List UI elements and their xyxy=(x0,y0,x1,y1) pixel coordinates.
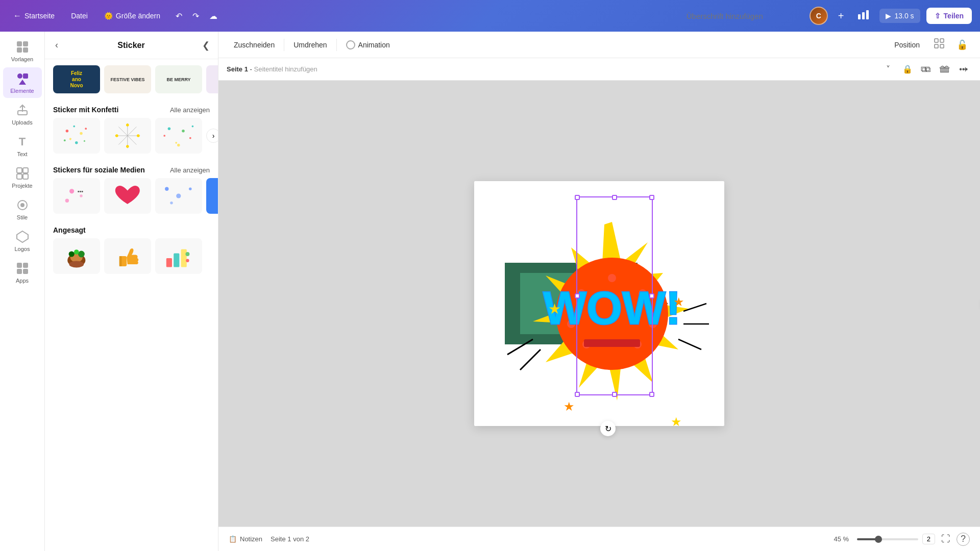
svg-point-58 xyxy=(74,249,79,255)
svg-marker-17 xyxy=(17,231,28,242)
svg-point-41 xyxy=(182,130,185,133)
notes-icon: 📋 xyxy=(229,535,237,543)
canvas-rotate-handle[interactable]: ↻ xyxy=(600,421,616,436)
svg-point-57 xyxy=(78,251,85,258)
file-button[interactable]: Datei xyxy=(66,9,93,23)
sidebar-item-elemente[interactable]: Elemente xyxy=(3,67,42,98)
sidebar-item-text[interactable]: T Text xyxy=(3,131,42,161)
help-button[interactable]: ? xyxy=(957,533,970,546)
social-sticker-3[interactable] xyxy=(155,178,202,214)
zoom-slider[interactable] xyxy=(857,538,918,540)
fullscreen-button[interactable]: ⛶ xyxy=(939,532,952,546)
object-copy-btn[interactable]: ⧉ xyxy=(917,63,930,76)
svg-point-35 xyxy=(126,145,129,148)
svg-rect-4 xyxy=(23,41,28,46)
object-delete-btn[interactable]: 🗑 xyxy=(935,63,951,76)
topbar-left: ← Startseite Datei 🌞 Größe ändern ↶ ↷ ☁ xyxy=(8,8,640,24)
angesagt-section: Angesagt xyxy=(45,220,218,280)
save-cloud-button[interactable]: ☁ xyxy=(205,8,222,24)
svg-point-27 xyxy=(75,141,78,144)
stile-label: Stile xyxy=(17,214,28,220)
add-collaborator-button[interactable]: + xyxy=(834,7,848,25)
konfetti-next-button[interactable]: › xyxy=(206,129,218,143)
sidebar-item-apps[interactable]: Apps xyxy=(3,257,42,288)
svg-rect-13 xyxy=(17,174,22,179)
konfetti-sticker-1[interactable] xyxy=(53,118,100,154)
canvas-page[interactable]: WOW! ★ ★ ★ ★ xyxy=(474,181,724,426)
svg-text:•••: ••• xyxy=(78,188,84,194)
konfetti-sticker-2[interactable] xyxy=(104,118,151,154)
sidebar-item-uploads[interactable]: Uploads xyxy=(3,99,42,130)
toolbar-separator-2 xyxy=(336,39,337,51)
social-sticker-2[interactable] xyxy=(104,178,151,214)
featured-sticker-4[interactable]: FES... xyxy=(206,65,218,93)
angesagt-sticker-3[interactable] xyxy=(155,238,202,274)
konfetti-sticker-3[interactable] xyxy=(155,118,202,154)
apps-label: Apps xyxy=(16,278,29,284)
animation-label: Animation xyxy=(358,41,390,49)
stats-button[interactable] xyxy=(854,7,873,24)
svg-rect-11 xyxy=(17,168,22,173)
page-lock-button[interactable]: 🔒 xyxy=(898,62,917,76)
stile-icon xyxy=(15,198,30,212)
sidebar-item-stile[interactable]: Stile xyxy=(3,194,42,224)
page-dropdown-button[interactable]: ˅ xyxy=(882,62,894,76)
svg-rect-28 xyxy=(69,138,72,140)
svg-rect-69 xyxy=(935,44,938,48)
resize-button[interactable]: 🌞 Größe ändern xyxy=(99,9,165,23)
position-button[interactable]: Position xyxy=(888,37,926,53)
home-button[interactable]: ← Startseite xyxy=(8,8,60,23)
featured-sticker-2[interactable]: FESTIVE VIBES xyxy=(104,65,151,93)
lock-button[interactable]: 🔓 xyxy=(952,36,972,54)
featured-row: Feliz ano Novo FESTIVE VIBES BE MERRY FE… xyxy=(53,65,210,93)
undo-button[interactable]: ↶ xyxy=(172,8,186,24)
featured-sticker-1[interactable]: Feliz ano Novo xyxy=(53,65,100,93)
share-button[interactable]: ⇧ Teilen xyxy=(926,8,972,24)
crop-button[interactable]: Zuschneiden xyxy=(227,37,282,53)
share-label: Teilen xyxy=(944,12,964,20)
angesagt-sticker-2[interactable] xyxy=(104,238,151,274)
konfetti-see-all[interactable]: Alle anzeigen xyxy=(170,106,210,114)
page-number-badge[interactable]: 2 xyxy=(922,534,935,544)
svg-rect-20 xyxy=(17,269,22,274)
flip-label: Umdrehen xyxy=(293,41,327,49)
flip-button[interactable]: Umdrehen xyxy=(286,37,334,53)
object-more-btn[interactable]: ••• xyxy=(955,63,972,76)
grid-icon-button[interactable] xyxy=(930,35,948,54)
panel-back-button[interactable]: ‹ xyxy=(53,38,60,53)
sidebar-item-logos[interactable]: Logos xyxy=(3,226,42,256)
svg-point-38 xyxy=(164,135,166,137)
social-sticker-4[interactable] xyxy=(206,178,218,214)
position-label: Position xyxy=(894,41,920,49)
sidebar-item-projekte[interactable]: Projekte xyxy=(3,162,42,193)
animation-button[interactable]: Animation xyxy=(339,36,397,54)
svg-point-65 xyxy=(186,252,190,256)
topbar: ← Startseite Datei 🌞 Größe ändern ↶ ↷ ☁ … xyxy=(0,0,980,32)
angesagt-sticker-1[interactable] xyxy=(53,238,100,274)
title-input[interactable] xyxy=(648,9,801,23)
toolbar-separator-1 xyxy=(284,39,284,51)
uploads-label: Uploads xyxy=(12,119,32,126)
play-button[interactable]: ▶ 13.0 s xyxy=(879,9,920,23)
angesagt-header: Angesagt xyxy=(53,226,210,234)
zoom-slider-thumb[interactable] xyxy=(875,536,882,543)
redo-button[interactable]: ↷ xyxy=(188,8,203,24)
svg-text:★: ★ xyxy=(564,399,575,413)
panel-hide-button[interactable]: ❮ xyxy=(202,40,210,51)
social-sticker-1[interactable]: ••• xyxy=(53,178,100,214)
svg-point-66 xyxy=(186,259,189,262)
page-title-area: Seite 1 - Seitentitel hinzufügen xyxy=(227,65,878,73)
svg-rect-0 xyxy=(858,14,861,19)
svg-text:★: ★ xyxy=(671,415,682,426)
topbar-center xyxy=(648,9,801,23)
text-label: Text xyxy=(17,151,27,157)
svg-rect-63 xyxy=(174,253,179,267)
featured-sticker-3[interactable]: BE MERRY xyxy=(155,65,202,93)
svg-rect-64 xyxy=(181,249,187,267)
svg-point-37 xyxy=(137,134,140,137)
sidebar-item-vorlagen[interactable]: Vorlagen xyxy=(3,36,42,66)
social-see-all[interactable]: Alle anzeigen xyxy=(170,166,210,174)
notes-button[interactable]: 📋 Notizen xyxy=(229,535,262,543)
svg-line-88 xyxy=(520,349,541,370)
avatar[interactable]: C xyxy=(810,7,828,25)
